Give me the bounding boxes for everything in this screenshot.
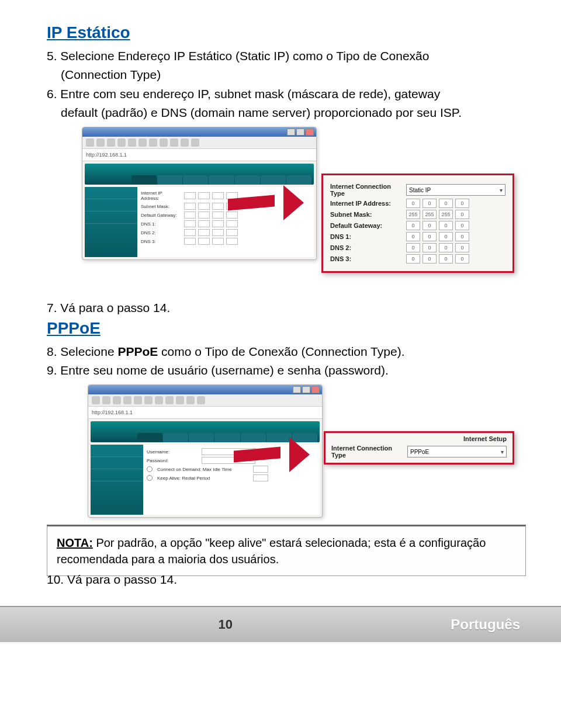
tab-setup[interactable] <box>137 433 162 442</box>
back-icon[interactable] <box>86 138 94 147</box>
ip-octet-input[interactable]: 0 <box>423 232 437 241</box>
ip-oct[interactable] <box>198 192 210 199</box>
max-button[interactable] <box>296 129 304 136</box>
tab-apps[interactable] <box>235 175 260 185</box>
tab-admin[interactable] <box>261 175 286 185</box>
radio-keep-alive[interactable] <box>147 475 153 481</box>
side-conn-type[interactable] <box>91 469 143 481</box>
ip-octet-input[interactable]: 0 <box>455 199 469 208</box>
close-button[interactable] <box>306 129 314 136</box>
popup-label-dns3: DNS 3: <box>330 255 406 262</box>
ip-octet-input[interactable]: 0 <box>423 243 437 252</box>
ip-oct[interactable] <box>184 220 196 227</box>
ip-octet-input[interactable]: 0 <box>439 199 453 208</box>
ip-octet-input[interactable]: 0 <box>455 254 469 264</box>
browser-toolbar <box>82 137 316 149</box>
ip-oct[interactable] <box>212 220 224 227</box>
ip-octet-input[interactable]: 0 <box>455 210 469 219</box>
stop-icon[interactable] <box>113 396 121 404</box>
address-bar[interactable]: http://192.168.1.1 <box>82 149 316 161</box>
ip-oct[interactable] <box>226 220 238 227</box>
ip-oct[interactable] <box>198 238 210 245</box>
ip-octet-input[interactable]: 0 <box>423 254 437 264</box>
ip-oct[interactable] <box>184 192 196 199</box>
radio-connect-on-demand[interactable] <box>147 466 153 472</box>
ip-octet-input[interactable]: 0 <box>406 232 420 241</box>
close-button[interactable] <box>311 386 320 393</box>
stop-icon[interactable] <box>107 138 115 147</box>
mail-icon[interactable] <box>181 138 189 147</box>
ip-oct[interactable] <box>184 212 196 219</box>
tab-security[interactable] <box>189 433 214 442</box>
ip-octet-input[interactable]: 255 <box>406 210 420 219</box>
ip-octet-input[interactable]: 0 <box>439 232 453 241</box>
history-icon[interactable] <box>176 396 184 404</box>
router-ui-header-2 <box>91 421 320 442</box>
tab-setup[interactable] <box>131 175 157 185</box>
ip-oct[interactable] <box>212 229 224 236</box>
tab-status[interactable] <box>286 175 311 185</box>
tab-access[interactable] <box>209 175 234 185</box>
redial-input[interactable] <box>253 474 268 481</box>
tab-wireless[interactable] <box>163 433 188 442</box>
ip-octet-input[interactable]: 0 <box>406 254 420 264</box>
print-icon[interactable] <box>197 396 205 404</box>
home-icon[interactable] <box>134 396 142 404</box>
search-icon[interactable] <box>144 396 153 404</box>
ip-octet-input[interactable]: 0 <box>455 243 469 252</box>
tab-security[interactable] <box>183 175 208 185</box>
ip-oct[interactable] <box>212 238 224 245</box>
min-button[interactable] <box>293 386 301 393</box>
connection-type-select[interactable]: Static IP ▾ <box>406 184 505 196</box>
ip-oct[interactable] <box>212 203 224 210</box>
favorites-icon[interactable] <box>149 138 157 147</box>
ip-oct[interactable] <box>212 192 224 199</box>
ip-octet-input[interactable]: 255 <box>439 210 453 219</box>
ip-oct[interactable] <box>198 229 210 236</box>
ip-octet-input[interactable]: 0 <box>423 221 437 230</box>
print-icon[interactable] <box>191 138 199 147</box>
ip-oct[interactable] <box>184 203 196 210</box>
connection-type-select-2[interactable]: PPPoE ▾ <box>407 446 507 457</box>
ip-octet-input[interactable]: 0 <box>439 221 453 230</box>
form-label-dns2: DNS 2: <box>141 230 182 235</box>
mail-icon[interactable] <box>186 396 195 404</box>
ip-oct[interactable] <box>198 220 210 227</box>
address-bar-2[interactable]: http://192.168.1.1 <box>88 407 322 419</box>
side-basic-setup[interactable] <box>91 445 143 457</box>
media-icon[interactable] <box>165 396 174 404</box>
search-icon[interactable] <box>138 138 147 147</box>
forward-icon[interactable] <box>96 138 105 147</box>
ip-oct[interactable] <box>184 238 196 245</box>
ip-octet-input[interactable]: 0 <box>423 199 437 208</box>
ip-oct[interactable] <box>198 203 210 210</box>
side-conn-type[interactable] <box>85 212 137 224</box>
ip-oct[interactable] <box>226 238 238 245</box>
ip-octet-input[interactable]: 0 <box>439 254 453 264</box>
ip-octet-input[interactable]: 0 <box>406 199 420 208</box>
favorites-icon[interactable] <box>155 396 163 404</box>
refresh-icon[interactable] <box>117 138 126 147</box>
side-basic-setup[interactable] <box>85 187 137 199</box>
side-internet-setup[interactable] <box>85 199 137 212</box>
ip-octet-input[interactable]: 0 <box>455 232 469 241</box>
ip-oct[interactable] <box>226 229 238 236</box>
refresh-icon[interactable] <box>123 396 131 404</box>
side-internet-setup[interactable] <box>91 457 143 469</box>
ip-octet-input[interactable]: 255 <box>423 210 437 219</box>
ip-octet-input[interactable]: 0 <box>439 243 453 252</box>
forward-icon[interactable] <box>102 396 110 404</box>
min-button[interactable] <box>287 129 295 136</box>
ip-octet-input[interactable]: 0 <box>406 243 420 252</box>
media-icon[interactable] <box>160 138 168 147</box>
history-icon[interactable] <box>170 138 178 147</box>
ip-oct[interactable] <box>212 212 224 219</box>
ip-octet-input[interactable]: 0 <box>406 221 420 230</box>
back-icon[interactable] <box>92 396 100 404</box>
home-icon[interactable] <box>128 138 136 147</box>
ip-octet-input[interactable]: 0 <box>455 221 469 230</box>
ip-oct[interactable] <box>198 212 210 219</box>
tab-wireless[interactable] <box>157 175 182 185</box>
ip-oct[interactable] <box>184 229 196 236</box>
max-button[interactable] <box>302 386 310 393</box>
